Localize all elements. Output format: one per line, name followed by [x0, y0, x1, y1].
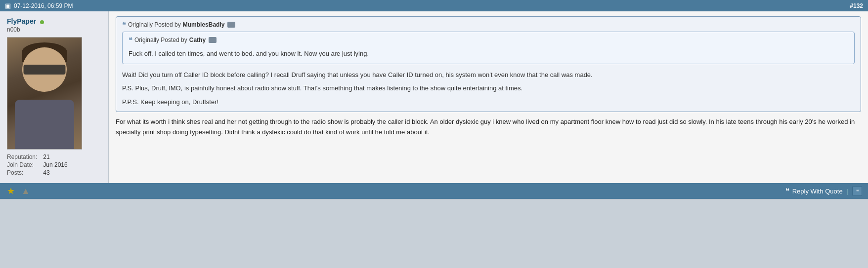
post-container: ▣ 07-12-2016, 06:59 PM #132 FlyPaper n00… — [0, 0, 868, 199]
post-footer: ★ ▲ ❝ Reply With Quote | ❝ — [0, 183, 868, 199]
reputation-stat: Reputation: 21 — [7, 153, 101, 160]
post-content: ❝ Originally Posted by MumblesBadly ❝ Or… — [109, 11, 868, 183]
outer-quote-text-p3: P.P.S. Keep keeping on, Druffster! — [122, 94, 855, 108]
reputation-value: 21 — [43, 153, 49, 160]
small-action-button[interactable]: ❝ — [852, 186, 862, 196]
reply-label: Reply With Quote — [792, 188, 843, 195]
outer-quote-text-p2: P.S. Plus, Druff, IMO, is painfully hone… — [122, 80, 855, 94]
inner-quote-text: Fuck off. I called ten times, and went t… — [129, 46, 848, 60]
footer-left-actions: ★ ▲ — [6, 186, 31, 196]
inner-quote-prefix: Originally Posted by — [134, 37, 187, 43]
posts-label: Posts: — [7, 169, 42, 176]
reputation-label: Reputation: — [7, 153, 42, 160]
user-stats: Reputation: 21 Join Date: Jun 2016 Posts… — [7, 153, 101, 176]
warn-icon: ▲ — [21, 186, 30, 196]
avatar-glasses — [24, 65, 66, 75]
outer-quote-header: ❝ Originally Posted by MumblesBadly — [122, 21, 855, 29]
post-header-bar: ▣ 07-12-2016, 06:59 PM #132 — [0, 0, 868, 11]
star-icon: ★ — [7, 186, 15, 196]
inner-quote-header: ❝ Originally Posted by Cathy — [129, 36, 848, 44]
post-number: #132 — [850, 2, 863, 9]
post-body: FlyPaper n00b Reputation: 21 Join Da — [0, 11, 868, 183]
username-link[interactable]: FlyPaper — [7, 17, 36, 25]
post-paragraph-1: For what its worth i think shes real and… — [116, 117, 861, 138]
user-rank: n00b — [7, 26, 101, 33]
posts-stat: Posts: 43 — [7, 169, 101, 176]
avatar-image — [7, 38, 82, 149]
warn-button[interactable]: ▲ — [21, 186, 31, 196]
star-button[interactable]: ★ — [6, 186, 16, 196]
posts-value: 43 — [43, 169, 49, 176]
outer-quote-box: ❝ Originally Posted by MumblesBadly ❝ Or… — [116, 16, 861, 112]
outer-quote-link-icon[interactable] — [227, 22, 235, 28]
user-sidebar: FlyPaper n00b Reputation: 21 Join Da — [0, 11, 109, 183]
footer-right-actions: ❝ Reply With Quote | ❝ — [785, 186, 862, 196]
reply-with-quote-button[interactable]: ❝ Reply With Quote — [785, 187, 843, 195]
inner-quote-box: ❝ Originally Posted by Cathy Fuck off. I… — [122, 32, 855, 64]
calendar-icon: ▣ — [5, 2, 11, 9]
join-value: Jun 2016 — [43, 161, 67, 168]
avatar-body — [15, 100, 74, 149]
footer-divider: | — [847, 188, 848, 195]
reply-quote-icon: ❝ — [785, 187, 789, 195]
post-main-text: For what its worth i think shes real and… — [116, 117, 861, 138]
outer-quote-icon: ❝ — [122, 21, 126, 29]
outer-quote-text-p1: Wait! Did you turn off Caller ID block b… — [122, 67, 855, 81]
user-avatar — [7, 37, 82, 150]
timestamp-text: 07-12-2016, 06:59 PM — [14, 2, 73, 9]
outer-quote-author: MumblesBadly — [183, 21, 225, 28]
inner-quote-link-icon[interactable] — [209, 37, 217, 43]
post-timestamp: ▣ 07-12-2016, 06:59 PM — [5, 2, 73, 9]
inner-quote-author: Cathy — [189, 37, 206, 43]
outer-quote-prefix: Originally Posted by — [128, 21, 181, 28]
join-label: Join Date: — [7, 161, 42, 168]
online-indicator — [40, 20, 44, 24]
inner-quote-icon: ❝ — [129, 36, 132, 44]
join-date-stat: Join Date: Jun 2016 — [7, 161, 101, 168]
